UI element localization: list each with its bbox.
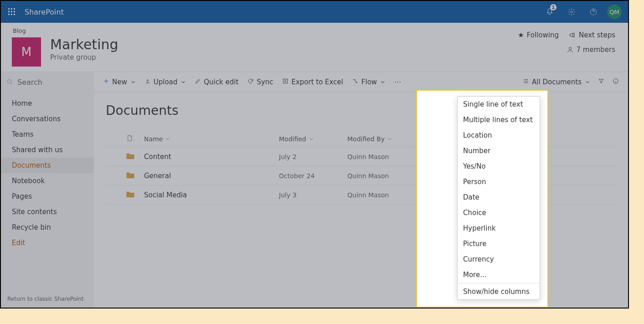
nav-item-site-contents[interactable]: Site contents bbox=[1, 204, 94, 220]
add-column-option[interactable]: Number bbox=[458, 143, 540, 159]
add-column-option[interactable]: Choice bbox=[458, 205, 540, 221]
info-icon bbox=[613, 78, 619, 86]
column-type-icon[interactable] bbox=[106, 134, 144, 144]
following-label: Following bbox=[527, 31, 559, 39]
svg-point-9 bbox=[571, 11, 573, 13]
row-icon-cell bbox=[106, 190, 144, 200]
nav-item-pages[interactable]: Pages bbox=[1, 189, 94, 204]
info-button[interactable] bbox=[613, 78, 619, 86]
export-excel-button[interactable]: Export to Excel bbox=[282, 78, 343, 86]
nav-item-recycle-bin[interactable]: Recycle bin bbox=[1, 220, 94, 235]
filter-button[interactable] bbox=[598, 78, 604, 86]
add-column-option[interactable]: Date bbox=[458, 190, 540, 205]
notification-badge: 1 bbox=[550, 4, 556, 10]
column-name-header[interactable]: Name bbox=[144, 135, 279, 143]
column-modified-header[interactable]: Modified bbox=[279, 135, 347, 143]
row-name: Social Media bbox=[144, 191, 279, 199]
nav-item-notebook[interactable]: Notebook bbox=[1, 173, 94, 189]
more-button[interactable]: ⋯ bbox=[394, 78, 401, 86]
notifications-button[interactable]: 1 bbox=[539, 1, 561, 23]
nav-item-shared-with-us[interactable]: Shared with us bbox=[1, 142, 94, 158]
row-modified-by: Quinn Mason bbox=[347, 172, 416, 180]
row-name: General bbox=[144, 172, 279, 180]
list-icon bbox=[523, 78, 529, 86]
command-bar: New Upload Quick edit Sync bbox=[94, 72, 628, 92]
add-column-option[interactable]: Hyperlink bbox=[458, 221, 540, 236]
next-steps-label: Next steps bbox=[579, 31, 615, 39]
row-modified-by: Quinn Mason bbox=[347, 153, 416, 160]
nav-item-conversations[interactable]: Conversations bbox=[1, 111, 94, 127]
ellipsis-icon: ⋯ bbox=[394, 78, 401, 86]
upload-button[interactable]: Upload bbox=[144, 78, 186, 86]
left-navigation: Search HomeConversationsTeamsShared with… bbox=[1, 72, 94, 308]
row-modified-by: Quinn Mason bbox=[347, 191, 416, 199]
add-column-option[interactable]: More... bbox=[458, 267, 540, 283]
sync-button[interactable]: Sync bbox=[247, 78, 273, 86]
add-column-option[interactable]: Currency bbox=[458, 252, 540, 267]
svg-rect-2 bbox=[14, 8, 15, 10]
svg-rect-1 bbox=[11, 8, 12, 10]
svg-rect-4 bbox=[11, 11, 12, 12]
svg-rect-6 bbox=[8, 14, 10, 15]
row-modified: July 2 bbox=[279, 153, 347, 160]
svg-rect-8 bbox=[14, 14, 15, 15]
row-name: Content bbox=[144, 153, 279, 161]
site-category[interactable]: Blog bbox=[13, 27, 26, 34]
help-button[interactable] bbox=[582, 1, 604, 23]
site-title: Marketing bbox=[50, 36, 118, 52]
excel-icon bbox=[282, 78, 289, 86]
pencil-icon bbox=[195, 78, 201, 86]
quick-edit-button[interactable]: Quick edit bbox=[195, 78, 238, 86]
members-button[interactable]: 7 members bbox=[567, 46, 616, 54]
site-header: Blog M Marketing Private group ★ Followi… bbox=[1, 23, 628, 72]
new-button[interactable]: New bbox=[103, 78, 135, 86]
add-column-option[interactable]: Person bbox=[458, 174, 540, 190]
members-label: 7 members bbox=[577, 46, 616, 54]
svg-rect-3 bbox=[8, 11, 10, 12]
nav-item-teams[interactable]: Teams bbox=[1, 127, 94, 142]
svg-rect-5 bbox=[14, 11, 15, 12]
column-modifiedby-header[interactable]: Modified By bbox=[347, 135, 416, 143]
row-icon-cell bbox=[106, 171, 144, 180]
row-icon-cell bbox=[106, 152, 144, 161]
flow-button[interactable]: Flow bbox=[352, 78, 385, 86]
user-avatar[interactable]: QM bbox=[607, 5, 622, 19]
search-input[interactable]: Search bbox=[1, 72, 94, 92]
add-column-option[interactable]: Single line of text bbox=[458, 97, 540, 112]
add-column-option[interactable]: Location bbox=[458, 128, 540, 143]
add-column-option[interactable]: Multiple lines of text bbox=[458, 112, 540, 128]
folder-icon bbox=[126, 152, 135, 159]
folder-icon bbox=[126, 190, 135, 198]
svg-point-12 bbox=[8, 80, 11, 83]
svg-point-11 bbox=[569, 47, 571, 50]
nav-item-edit[interactable]: Edit bbox=[1, 235, 94, 251]
add-column-option[interactable]: Yes/No bbox=[458, 159, 540, 174]
site-subtitle: Private group bbox=[50, 53, 118, 62]
add-column-option[interactable]: Show/hide columns bbox=[458, 284, 540, 299]
chevron-down-icon bbox=[131, 78, 135, 86]
plus-icon bbox=[103, 78, 109, 86]
add-column-option[interactable]: Picture bbox=[458, 236, 540, 252]
suite-bar: SharePoint 1 QM bbox=[1, 1, 628, 23]
brand-label[interactable]: SharePoint bbox=[25, 8, 64, 16]
settings-button[interactable] bbox=[561, 1, 582, 23]
flow-icon bbox=[352, 78, 359, 86]
file-icon bbox=[126, 134, 133, 143]
following-button[interactable]: ★ Following bbox=[518, 31, 559, 39]
nav-item-documents[interactable]: Documents bbox=[1, 158, 94, 173]
svg-rect-0 bbox=[8, 8, 10, 10]
app-launcher-icon[interactable] bbox=[5, 5, 19, 19]
upload-icon bbox=[144, 78, 151, 86]
site-logo[interactable]: M bbox=[12, 37, 41, 67]
view-selector[interactable]: All Documents bbox=[523, 78, 590, 86]
chevron-down-icon bbox=[181, 78, 185, 86]
megaphone-icon bbox=[569, 31, 576, 39]
star-icon: ★ bbox=[518, 31, 524, 39]
chevron-down-icon bbox=[165, 135, 170, 143]
nav-item-home[interactable]: Home bbox=[1, 96, 94, 111]
search-icon bbox=[6, 78, 14, 86]
next-steps-button[interactable]: Next steps bbox=[569, 31, 615, 39]
return-classic-link[interactable]: Return to classic SharePoint bbox=[1, 290, 94, 308]
chevron-down-icon bbox=[309, 135, 314, 143]
menu-separator bbox=[458, 283, 540, 283]
